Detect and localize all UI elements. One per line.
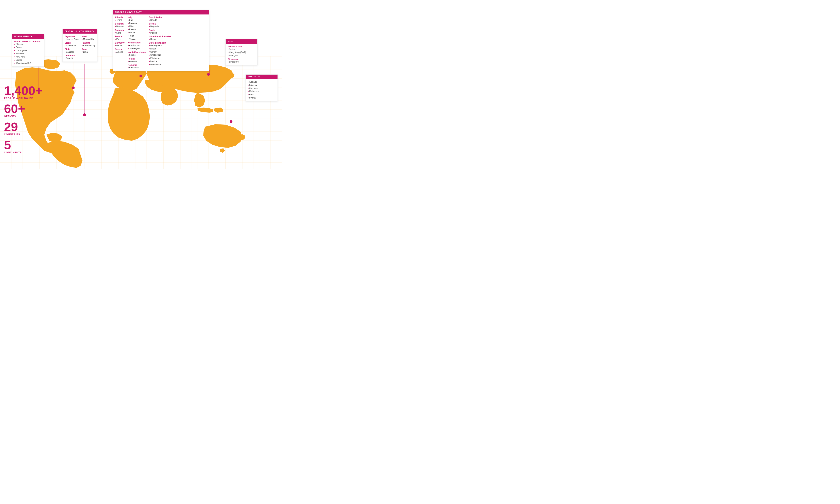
country-northmacedonia: North Macedonia xyxy=(128,51,146,53)
stats-area: 1,400+ PEOPLE WORLDWIDE 60+ OFFICES 29 C… xyxy=(4,85,42,157)
panel-australia-col1: Adelaide Brisbane Canberra Melbourne Per… xyxy=(248,80,259,100)
country-poland: Poland xyxy=(128,57,146,60)
country-greece: Greece xyxy=(115,48,124,51)
city-sofia: Sofia xyxy=(115,31,124,35)
country-chile: Chile xyxy=(65,48,79,51)
city-london: London xyxy=(149,60,171,63)
city-thehague: The Hague xyxy=(128,47,146,50)
asia-pin xyxy=(207,73,210,76)
city-perth: Perth xyxy=(248,93,259,96)
city-skopje: Skopje xyxy=(128,53,146,57)
panel-central-latin-col2: Mexico Mexico City Panama Panama City Pe… xyxy=(82,35,95,60)
country-belgium: Belgium xyxy=(115,22,124,25)
city-nashville: Nashville xyxy=(14,52,40,55)
city-beijing: Beijing xyxy=(228,48,246,51)
city-birmingham: Birmingham xyxy=(149,44,171,47)
panel-north-america-col1: United States of America Chicago Denver … xyxy=(14,40,40,65)
city-riyadh: Riyadh xyxy=(149,18,171,22)
panel-asia-header: ASIA xyxy=(226,39,257,43)
country-peru: Peru xyxy=(82,48,95,51)
city-belgrade: Belgrade xyxy=(149,25,171,28)
panel-europe-me-col1: Albania Tirana Belgium Brussels Bulgaria… xyxy=(115,16,124,69)
city-brisbane: Brisbane xyxy=(248,84,259,87)
country-romania: Romania xyxy=(128,64,146,66)
stat-people-number: 1,400+ xyxy=(4,85,42,97)
latin-america-pin xyxy=(83,113,86,116)
city-hongkong: Hong Kong (SAR) xyxy=(228,51,246,54)
panel-asia-col1: Greater China Beijing Hong Kong (SAR) Sh… xyxy=(228,45,246,64)
city-melbourne: Melbourne xyxy=(248,90,259,93)
country-uae: United Arab Emirates xyxy=(149,35,171,38)
city-venice: Venice xyxy=(128,38,146,41)
country-spain: Spain xyxy=(149,29,171,31)
stat-continents-label: CONTINENTS xyxy=(4,151,42,154)
city-seattle: Seattle xyxy=(14,58,40,62)
country-germany: Germany xyxy=(115,42,124,44)
panel-europe-me: EUROPE & MIDDLE EAST Albania Tirana Belg… xyxy=(113,10,209,71)
city-dubai: Dubai xyxy=(149,38,171,41)
north-america-pin xyxy=(72,87,75,89)
city-singapore: Singapore xyxy=(228,60,246,64)
country-netherlands: Netherlands xyxy=(128,41,146,44)
city-manchester: Manchester xyxy=(149,63,171,66)
australia-pin xyxy=(229,120,233,123)
country-singapore: Singapore xyxy=(228,58,246,60)
country-france: France xyxy=(115,35,124,38)
country-colombia: Colombia xyxy=(65,54,79,57)
panel-north-america-header: NORTH AMERICA xyxy=(12,34,44,39)
city-warsaw: Warsaw xyxy=(128,60,146,63)
panel-europe-me-col3: Saudi Arabia Riyadh Serbia Belgrade Spai… xyxy=(149,16,171,69)
city-chicago: Chicago xyxy=(14,42,40,46)
country-saudiarabia: Saudi Arabia xyxy=(149,16,171,18)
city-bolzano: Bolzano xyxy=(128,22,146,25)
panel-central-latin-col1: Argentina Buenos Aires Brazil São Paulo … xyxy=(65,35,79,60)
city-shanghai: Shanghai xyxy=(228,54,246,57)
city-bucharest: Bucharest xyxy=(128,66,146,69)
city-cardiff: Cardiff xyxy=(149,51,171,54)
city-newyork: New York xyxy=(14,55,40,58)
country-italy: Italy xyxy=(128,16,146,18)
panel-australia: AUSTRALIA Adelaide Brisbane Canberra Mel… xyxy=(245,74,278,101)
city-bari: Bari xyxy=(128,18,146,22)
city-palermo: Palermo xyxy=(128,28,146,31)
panel-central-latin-header: CENTRAL & LATIN AMERICA xyxy=(63,29,97,34)
country-bulgaria: Bulgaria xyxy=(115,29,124,31)
city-bogota: Bogotá xyxy=(65,57,79,60)
city-rome: Rome xyxy=(128,31,146,34)
stat-countries-label: COUNTRIES xyxy=(4,133,42,136)
city-amsterdam: Amsterdam xyxy=(128,44,146,47)
city-canberra: Canberra xyxy=(248,87,259,90)
city-chelmsford: Chelmsford xyxy=(149,53,171,57)
page-container: NORTH AMERICA United States of America C… xyxy=(0,0,282,169)
panel-australia-header: AUSTRALIA xyxy=(246,75,277,79)
city-paris: Paris xyxy=(115,38,124,41)
city-mexicocity: Mexico City xyxy=(82,38,95,41)
europe-pin xyxy=(139,75,142,77)
city-berlin: Berlin xyxy=(115,44,124,47)
stat-offices-number: 60+ xyxy=(4,103,42,115)
stat-continents-number: 5 xyxy=(4,139,42,151)
country-greaterchina: Greater China xyxy=(228,45,246,48)
city-saopaulo: São Paulo xyxy=(65,44,79,47)
country-mexico: Mexico xyxy=(82,35,95,38)
city-brussels: Brussels xyxy=(115,25,124,28)
city-bristol: Bristol xyxy=(149,47,171,51)
city-losangeles: Los Angeles xyxy=(14,49,40,52)
panel-central-latin: CENTRAL & LATIN AMERICA Argentina Buenos… xyxy=(63,29,98,62)
country-usa: United States of America xyxy=(14,40,40,42)
country-serbia: Serbia xyxy=(149,22,171,25)
city-washingtondc: Washington D.C. xyxy=(14,62,40,65)
city-buenosaires: Buenos Aires xyxy=(65,38,79,41)
city-denver: Denver xyxy=(14,46,40,49)
country-uk: United Kingdom xyxy=(149,42,171,44)
city-edinburgh: Edinburgh xyxy=(149,57,171,60)
panel-north-america: NORTH AMERICA United States of America C… xyxy=(12,34,44,67)
city-panamacity: Panama City xyxy=(82,44,95,47)
country-brazil: Brazil xyxy=(65,42,79,44)
panel-asia: ASIA Greater China Beijing Hong Kong (SA… xyxy=(225,39,258,65)
panel-europe-me-col2: Italy Bari Bolzano Milan Palermo Rome Tu… xyxy=(128,16,146,69)
city-athens: Athens xyxy=(115,51,124,54)
city-adelaide: Adelaide xyxy=(248,80,259,84)
city-turin: Turin xyxy=(128,34,146,38)
city-milan: Milan xyxy=(128,25,146,28)
